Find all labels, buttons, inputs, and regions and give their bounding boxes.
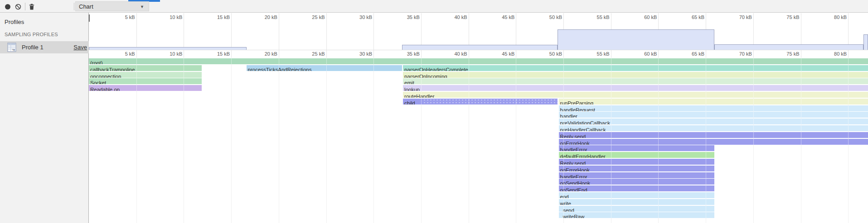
flame-frame[interactable]: write_ xyxy=(559,199,714,205)
sidebar-item-profile-1[interactable]: % Profile 1 Save xyxy=(0,41,89,53)
flame-frame[interactable]: parserOnIncoming xyxy=(403,72,868,78)
flame-frame[interactable]: parserOnHeadersComplete xyxy=(403,65,868,71)
flame-axis-tick: 70 kB xyxy=(725,51,752,57)
flame-frame[interactable]: end xyxy=(559,192,714,198)
flame-axis-tick: 45 kB xyxy=(487,51,514,57)
flame-frame-label: Readable.on xyxy=(89,87,120,91)
flame-frame-label: write_ xyxy=(559,201,574,205)
flame-frame[interactable]: (root) xyxy=(89,58,868,64)
flame-frame[interactable]: runPreParsing xyxy=(559,99,868,104)
flame-frame[interactable]: Readable.on xyxy=(89,85,202,91)
flame-frame[interactable]: routeHandler xyxy=(403,92,868,98)
toolbar-separator xyxy=(74,3,74,10)
overview-axis-tick: 75 kB xyxy=(772,14,800,20)
flame-frame[interactable]: _send xyxy=(559,206,714,212)
flame-frame[interactable]: onSendEnd xyxy=(559,185,714,191)
flame-axis-tick: 65 kB xyxy=(677,51,704,57)
flame-frame[interactable]: onSendHook xyxy=(559,179,714,185)
view-mode-select[interactable]: Chart ▼ xyxy=(75,1,149,11)
flame-axis-tick: 40 kB xyxy=(440,51,467,57)
trash-icon xyxy=(28,3,35,10)
flame-frame-label: handleRequest xyxy=(559,107,595,111)
flame-frame[interactable]: child xyxy=(403,99,558,104)
flame-axis-tick: 30 kB xyxy=(345,51,372,57)
overview-memory-step xyxy=(863,34,868,50)
overview-range-grip[interactable] xyxy=(89,14,90,22)
flame-gridline-highlight xyxy=(611,57,611,223)
flame-frame[interactable]: Reply.send xyxy=(559,132,868,138)
flame-frame-label: emit xyxy=(403,80,414,84)
flame-frame-label: Reply.send xyxy=(559,161,586,165)
flame-gridline-highlight xyxy=(801,57,801,223)
flame-axis-tick: 60 kB xyxy=(630,51,657,57)
overview-gridline xyxy=(184,13,184,50)
flame-frame-label: _send xyxy=(559,208,574,212)
flame-frame[interactable]: preValidationCallback xyxy=(559,119,868,124)
flame-frame[interactable]: onconnection xyxy=(89,72,202,78)
flame-axis-tick: 75 kB xyxy=(772,51,800,57)
flame-frame-label: defaultErrorHandler xyxy=(559,154,606,158)
flame-frame-label: parserOnIncoming xyxy=(403,74,447,78)
profile-name: Profile 1 xyxy=(22,44,44,51)
flame-chart-pane[interactable]: 5 kB5 kB10 kB10 kB15 kB15 kB20 kB20 kB25… xyxy=(89,13,868,223)
overview-axis-tick: 60 kB xyxy=(630,14,657,20)
flame-frame[interactable]: handleRequest xyxy=(559,105,868,111)
overview-axis-tick: 40 kB xyxy=(440,14,467,20)
flame-axis-tick: 25 kB xyxy=(298,51,325,57)
profile-spreadsheet-icon: % xyxy=(7,43,17,54)
flame-gridline-highlight xyxy=(373,57,374,223)
flame-frame[interactable]: Socket xyxy=(89,78,202,84)
flame-frame-label: Socket xyxy=(89,80,106,84)
flame-frame-label: _writeRaw xyxy=(559,214,585,218)
flame-gridline-highlight xyxy=(658,57,659,223)
flame-frame[interactable]: handleError xyxy=(559,145,714,151)
flame-frame[interactable]: lookup xyxy=(403,85,868,91)
flame-frame-label: onSendEnd xyxy=(559,187,587,191)
overview-memory-step xyxy=(89,47,247,50)
flame-gridline-highlight xyxy=(136,57,137,223)
flame-frame[interactable]: emit xyxy=(403,78,868,84)
overview-axis-tick: 50 kB xyxy=(535,14,562,20)
svg-text:%: % xyxy=(12,48,15,52)
flame-frame-label: lookup xyxy=(403,87,420,91)
flame-frame[interactable]: preHandlerCallback xyxy=(559,125,868,131)
flame-frame[interactable]: _writeRaw xyxy=(559,212,714,218)
toolbar: Chart ▼ xyxy=(0,0,868,13)
flame-frame[interactable]: Reply.send xyxy=(559,159,714,165)
overview-axis-tick: 10 kB xyxy=(155,14,182,20)
flame-gridline-highlight xyxy=(184,57,184,223)
flame-axis-tick: 5 kB xyxy=(108,51,135,57)
flame-frame-label: handler xyxy=(559,114,577,118)
record-button[interactable] xyxy=(4,3,11,10)
flame-frame-label: preHandlerCallback xyxy=(559,127,606,131)
flame-frame[interactable]: processTicksAndRejections xyxy=(247,65,402,71)
save-link[interactable]: Save xyxy=(73,44,87,51)
flame-frame[interactable]: handleError xyxy=(559,172,714,178)
delete-button[interactable] xyxy=(28,3,35,10)
clear-button[interactable] xyxy=(15,3,22,10)
flame-axis-tick: 50 kB xyxy=(535,51,562,57)
overview-gridline xyxy=(136,13,137,50)
flame-gridline-highlight xyxy=(421,57,422,223)
flame-gridline-highlight xyxy=(469,57,469,223)
clear-icon xyxy=(15,3,22,10)
flame-gridline-highlight xyxy=(516,57,516,223)
flame-frame-label: handleError xyxy=(559,174,587,178)
overview-memory-step xyxy=(558,29,714,50)
flame-frame[interactable]: defaultErrorHandler xyxy=(559,152,714,158)
sidebar: Profiles SAMPLING PROFILES % Profile 1 S… xyxy=(0,13,89,223)
flame-gridline-highlight xyxy=(753,57,754,223)
flame-frame-label: preValidationCallback xyxy=(559,120,610,124)
flame-frame[interactable]: handler xyxy=(559,112,868,118)
profiler-app: Chart ▼ Profiles SAMPLING PROFILES % Pro… xyxy=(0,0,868,223)
flame-frame-label: handleError xyxy=(559,147,587,151)
overview-gridline xyxy=(326,13,327,50)
flame-gridline-highlight xyxy=(279,57,279,223)
flame-frame[interactable]: onErrorHook xyxy=(559,166,714,171)
overview-axis-tick: 45 kB xyxy=(487,14,514,20)
overview-gridline xyxy=(231,13,232,50)
flame-frame[interactable]: onErrorHook xyxy=(559,139,868,145)
flame-frame-label: onconnection xyxy=(89,74,121,78)
flame-gridline-highlight xyxy=(326,57,327,223)
flame-frame[interactable]: callbackTrampoline xyxy=(89,65,202,71)
